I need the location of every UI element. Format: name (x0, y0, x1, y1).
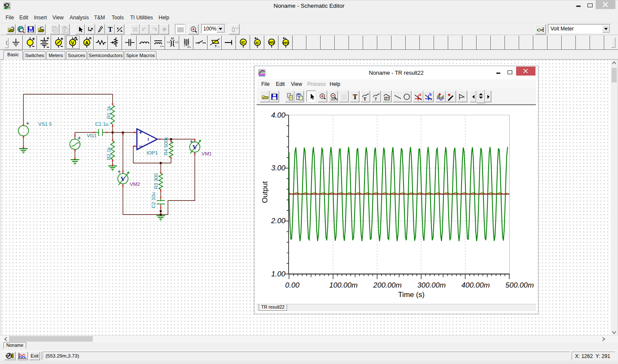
svg-text:M: M (171, 36, 174, 40)
svg-text:Time (s): Time (s) (398, 291, 425, 299)
svg-text:L1: L1 (167, 41, 170, 43)
svg-text:300.00m: 300.00m (417, 281, 446, 289)
svg-text:V: V (193, 143, 198, 151)
svg-text:T: T (214, 44, 217, 48)
svg-text:V: V (120, 175, 125, 182)
svg-text:HS: HS (283, 41, 288, 45)
svg-text:VS1 5: VS1 5 (38, 121, 52, 127)
svg-text:T: T (353, 93, 358, 100)
svg-text:2.00: 2.00 (271, 217, 286, 225)
svg-text:IC: IC (255, 41, 260, 45)
svg-text:VG1: VG1 (87, 133, 97, 138)
svg-text:R4 500k: R4 500k (163, 137, 168, 155)
svg-text:4.00: 4.00 (271, 111, 286, 119)
svg-text:100.00m: 100.00m (329, 281, 358, 289)
svg-text:3.00: 3.00 (271, 164, 286, 172)
svg-text:A: A (85, 40, 89, 46)
svg-text:b: b (429, 93, 432, 97)
svg-text:L2: L2 (175, 41, 178, 43)
svg-text:V: V (71, 40, 74, 46)
svg-text:HS: HS (269, 40, 274, 45)
svg-text:0.00: 0.00 (285, 281, 300, 289)
svg-text:VM2: VM2 (130, 182, 140, 187)
svg-text:1K: 1K (235, 27, 239, 30)
svg-text:VM1: VM1 (202, 151, 212, 156)
svg-text:400.00m: 400.00m (462, 281, 490, 289)
svg-text:R2 1k: R2 1k (106, 147, 111, 160)
svg-text:R3 300: R3 300 (153, 173, 159, 189)
svg-text:T: T (363, 96, 367, 101)
svg-text:100%: 100% (330, 98, 338, 101)
svg-text:?: ? (374, 96, 377, 101)
svg-text:500.00m: 500.00m (505, 281, 534, 289)
svg-text:IC: IC (241, 40, 245, 45)
svg-text:T: T (108, 26, 113, 33)
svg-text:Output: Output (261, 181, 269, 203)
svg-text:1.00: 1.00 (271, 270, 286, 278)
svg-text:200.00m: 200.00m (373, 281, 402, 289)
svg-text:R1 1k: R1 1k (106, 106, 111, 119)
svg-text:C2 10u: C2 10u (151, 192, 156, 208)
svg-text:a: a (419, 93, 422, 97)
svg-text:IOP1: IOP1 (147, 150, 158, 155)
svg-text:C1 1u: C1 1u (95, 121, 109, 127)
